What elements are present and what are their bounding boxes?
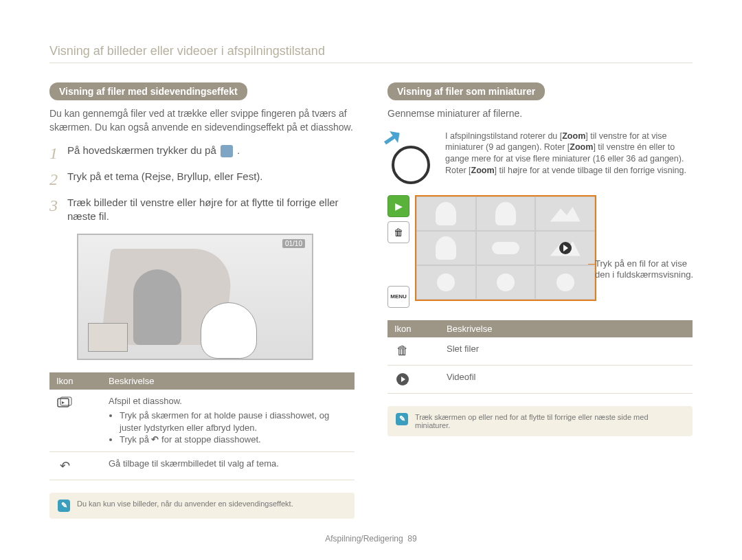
thumbnail-cell (535, 197, 595, 231)
zoom-dial-illustration (387, 131, 436, 186)
thumbnail-video-cell (535, 231, 595, 265)
figure-counter: 01/10 (282, 239, 305, 248)
play-button-icon: ▶ (387, 195, 409, 217)
trash-button-icon: 🗑 (387, 221, 409, 243)
trash-icon: 🗑 (394, 343, 411, 359)
right-row1-desc: Slet filer (440, 337, 693, 366)
step-number-1: 1 (49, 144, 67, 161)
table-row: ↶ Gå tilbage til skærmbilledet til valg … (49, 451, 355, 480)
zoom-dial-icon (392, 146, 430, 184)
table-row: Videofil (387, 365, 693, 393)
page-flip-figure: 01/10 (77, 234, 313, 360)
footer-section: Afspilning/Redigering (325, 534, 403, 544)
thumbnail-grid: Tryk på en fil for at vise den i fuldskæ… (415, 195, 596, 301)
footer-page-number: 89 (407, 534, 416, 544)
row1-bullet2: Tryk på ↶ for at stoppe diasshowet. (120, 434, 348, 446)
row1-main: Afspil et diasshow. (109, 396, 182, 406)
table-header-icon: Ikon (387, 320, 440, 337)
rotate-arrow-icon (380, 125, 405, 150)
right-column: Visning af filer som miniaturer Gennemse… (387, 82, 693, 519)
info-icon: ✎ (58, 500, 70, 512)
slideshow-play-icon (56, 395, 73, 412)
table-row: Afspil et diasshow. Tryk på skærmen for … (49, 390, 355, 452)
breadcrumb: Visning af billeder eller videoer i afsp… (49, 44, 693, 63)
step-3-text: Træk billeder til venstre eller højre fo… (67, 196, 355, 224)
back-arrow-icon: ↶ (56, 458, 73, 474)
right-intro: Gennemse miniaturer af filerne. (387, 107, 693, 121)
thumbnail-cell (416, 197, 476, 231)
svg-marker-1 (62, 401, 65, 404)
row1-bullet1: Tryk på skærmen for at holde pause i dia… (120, 410, 348, 434)
thumbnail-cell (476, 197, 536, 231)
right-section-title: Visning af filer som miniaturer (387, 82, 545, 100)
step-3: 3 Træk billeder til venstre eller højre … (49, 196, 355, 224)
right-note: ✎ Træk skærmen op eller ned for at flytt… (387, 406, 693, 436)
table-header-icon: Ikon (49, 372, 102, 390)
right-note-text: Træk skærmen op eller ned for at flytte … (415, 413, 684, 429)
album-icon (221, 145, 233, 157)
left-column: Visning af filer med sidevendingseffekt … (49, 82, 355, 519)
left-note: ✎ Du kan kun vise billeder, når du anven… (49, 493, 355, 519)
right-row2-desc: Videofil (440, 365, 693, 393)
step-number-2: 2 (49, 170, 67, 188)
back-icon: ↶ (151, 434, 159, 445)
left-icon-table: Ikon Beskrivelse Afspil et diasshow. Try… (49, 372, 355, 480)
step-2: 2 Tryk på et tema (Rejse, Bryllup, eller… (49, 170, 355, 188)
thumbnail-cell (476, 231, 536, 265)
hand-icon (201, 302, 257, 359)
left-intro: Du kan gennemgå filer ved at trække elle… (49, 107, 355, 134)
row2-desc: Gå tilbage til skærmbilledet til valg af… (102, 451, 355, 480)
info-icon: ✎ (396, 413, 408, 425)
right-icon-table: Ikon Beskrivelse 🗑 Slet filer Videofil (387, 320, 693, 394)
menu-button-icon: MENU (387, 286, 409, 308)
callout-text: Tryk på en fil for at vise den i fuldskæ… (595, 258, 698, 282)
step-1: 1 På hovedskærmen trykker du på . (49, 144, 355, 161)
step-1-text-pre: På hovedskærmen trykker du på (67, 144, 219, 156)
step-1-text-post: . (237, 144, 240, 156)
left-note-text: Du kan kun vise billeder, når du anvende… (77, 500, 293, 508)
thumbnail-cell (416, 231, 476, 265)
step-number-3: 3 (49, 196, 67, 214)
left-section-title: Visning af filer med sidevendingseffekt (49, 82, 247, 100)
video-play-icon (394, 371, 411, 388)
zoom-instructions: I afspilningstilstand roterer du [Zoom] … (445, 131, 693, 177)
thumbnail-cell (416, 265, 476, 300)
table-row: 🗑 Slet filer (387, 337, 693, 366)
table-header-desc: Beskrivelse (102, 372, 355, 390)
thumbnail-cell (535, 265, 595, 300)
thumbnail-cell (476, 265, 536, 300)
step-2-text: Tryk på et tema (Rejse, Bryllup, eller F… (67, 170, 263, 183)
table-header-desc: Beskrivelse (440, 320, 693, 337)
page-footer: Afspilning/Redigering 89 (0, 534, 742, 544)
